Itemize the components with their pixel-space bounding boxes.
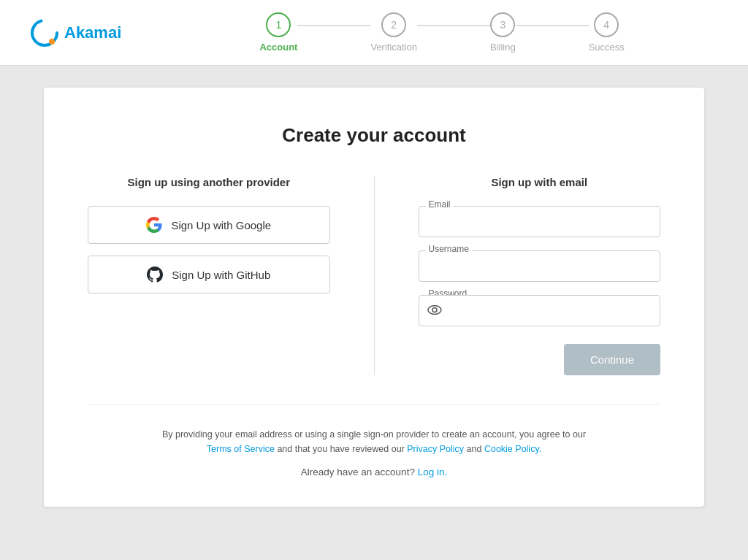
right-panel: Sign up with email Email Username Passwo… — [375, 176, 661, 375]
footer-and-text: and — [467, 444, 482, 454]
svg-point-1 — [49, 39, 55, 45]
username-label: Username — [426, 244, 472, 254]
card-title: Create your account — [88, 124, 660, 147]
legal-text: By providing your email address or using… — [162, 429, 586, 440]
already-account-text: Already have an account? — [301, 467, 415, 477]
header: Akamai 1 Account 2 Verification 3 Billin… — [0, 0, 748, 66]
step-3-circle: 3 — [490, 12, 515, 37]
google-signup-label: Sign Up with Google — [171, 219, 271, 231]
password-wrapper — [419, 295, 661, 326]
step-1-label: Account — [259, 42, 297, 53]
password-input[interactable] — [419, 295, 661, 326]
email-label: Email — [426, 199, 454, 210]
card-footer: By providing your email address or using… — [88, 404, 660, 477]
step-2-label: Verification — [370, 42, 417, 53]
logo-text: Akamai — [64, 23, 121, 42]
step-line-2 — [417, 25, 490, 26]
footer-middle-text: and that you have reviewed our — [277, 444, 404, 454]
left-panel: Sign up using another provider Sign Up w… — [88, 176, 375, 375]
continue-button[interactable]: Continue — [564, 344, 660, 375]
eye-icon — [427, 304, 442, 315]
login-link[interactable]: Log in. — [418, 467, 448, 477]
email-input[interactable] — [419, 206, 661, 237]
step-4: 4 Success — [589, 12, 625, 53]
github-signup-label: Sign Up with GitHub — [172, 269, 270, 281]
card-body: Sign up using another provider Sign Up w… — [88, 176, 660, 375]
footer-legal: By providing your email address or using… — [88, 427, 660, 456]
right-panel-title: Sign up with email — [419, 176, 661, 188]
svg-point-2 — [428, 305, 441, 314]
cookie-policy-link[interactable]: Cookie Policy. — [484, 444, 541, 454]
step-2-circle: 2 — [381, 12, 406, 37]
password-field-group: Password — [419, 295, 661, 326]
card: Create your account Sign up using anothe… — [44, 88, 704, 507]
google-icon — [146, 217, 162, 233]
privacy-policy-link[interactable]: Privacy Policy — [407, 444, 464, 454]
github-signup-button[interactable]: Sign Up with GitHub — [88, 256, 330, 294]
stepper: 1 Account 2 Verification 3 Billing 4 Suc… — [165, 12, 719, 53]
logo: Akamai — [29, 18, 121, 48]
username-field-group: Username — [419, 250, 661, 282]
github-icon — [147, 266, 163, 283]
step-line-1 — [297, 25, 370, 26]
step-3: 3 Billing — [490, 12, 516, 53]
step-2: 2 Verification — [370, 12, 417, 53]
left-panel-title: Sign up using another provider — [88, 176, 330, 188]
step-1-circle: 1 — [266, 12, 291, 37]
akamai-logo-icon — [29, 18, 60, 48]
username-input[interactable] — [419, 250, 661, 282]
terms-of-service-link[interactable]: Terms of Service — [207, 444, 275, 454]
step-1: 1 Account — [259, 12, 297, 53]
password-toggle-button[interactable] — [427, 303, 442, 318]
google-signup-button[interactable]: Sign Up with Google — [88, 206, 330, 244]
svg-point-3 — [432, 307, 437, 312]
step-4-circle: 4 — [594, 12, 619, 37]
main-content: Create your account Sign up using anothe… — [0, 66, 748, 529]
step-line-3 — [516, 25, 589, 26]
email-field-group: Email — [419, 206, 661, 237]
step-3-label: Billing — [490, 42, 516, 53]
footer-login: Already have an account? Log in. — [88, 467, 660, 477]
step-4-label: Success — [589, 42, 625, 53]
